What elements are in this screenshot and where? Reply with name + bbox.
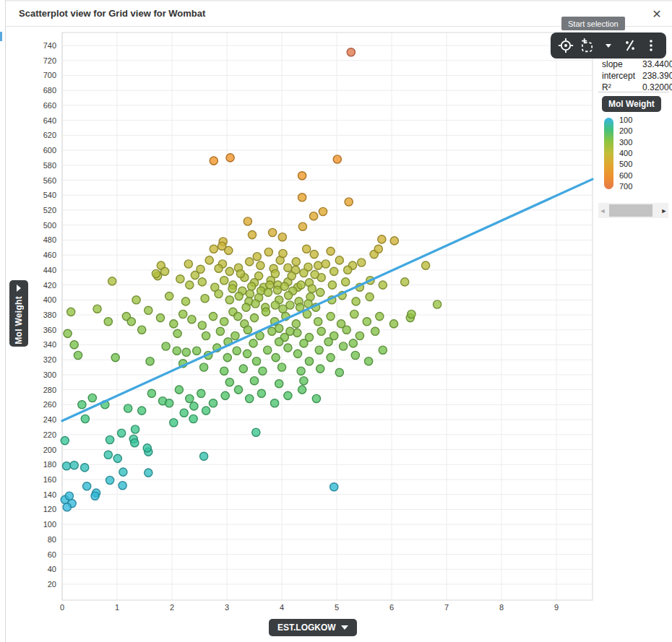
- scatter-point[interactable]: [327, 313, 335, 321]
- scatter-point[interactable]: [64, 329, 72, 337]
- scatter-point[interactable]: [366, 293, 374, 301]
- scatter-point[interactable]: [333, 155, 341, 163]
- scatter-point[interactable]: [250, 377, 258, 385]
- scatter-point[interactable]: [311, 271, 319, 279]
- scatter-point[interactable]: [300, 377, 308, 385]
- scatter-point[interactable]: [374, 245, 382, 253]
- scatter-point[interactable]: [379, 281, 387, 289]
- scatter-point[interactable]: [215, 290, 223, 298]
- y-axis-button[interactable]: Mol Weight: [9, 280, 28, 347]
- start-selection-icon[interactable]: [578, 37, 595, 54]
- scatter-point[interactable]: [173, 347, 181, 355]
- scatter-point[interactable]: [308, 285, 316, 292]
- scatter-point[interactable]: [209, 399, 217, 407]
- scatter-point[interactable]: [61, 437, 69, 445]
- scatter-point[interactable]: [118, 429, 126, 437]
- scatter-point[interactable]: [298, 222, 306, 230]
- scatter-point[interactable]: [200, 452, 208, 460]
- scatter-point[interactable]: [286, 327, 294, 335]
- scatter-point[interactable]: [143, 444, 151, 452]
- scatter-point[interactable]: [314, 318, 322, 326]
- scatter-point[interactable]: [244, 326, 251, 334]
- scatter-point[interactable]: [202, 407, 210, 415]
- scatter-point[interactable]: [145, 306, 152, 314]
- scatter-point[interactable]: [317, 327, 325, 335]
- scatter-point[interactable]: [234, 313, 242, 321]
- scatter-point[interactable]: [70, 461, 78, 469]
- scatter-point[interactable]: [298, 386, 306, 394]
- scatter-point[interactable]: [390, 237, 398, 245]
- target-icon[interactable]: [557, 37, 574, 54]
- scatter-point[interactable]: [335, 368, 343, 376]
- scatter-point[interactable]: [316, 288, 324, 296]
- scatter-point[interactable]: [422, 261, 430, 269]
- scatter-point[interactable]: [215, 264, 223, 272]
- scatter-point[interactable]: [284, 264, 292, 272]
- scatter-point[interactable]: [165, 399, 173, 407]
- scatter-point[interactable]: [246, 258, 254, 266]
- scatter-point[interactable]: [152, 269, 160, 277]
- scatter-point[interactable]: [236, 269, 244, 277]
- scatter-point[interactable]: [200, 363, 208, 371]
- scatter-point[interactable]: [275, 324, 283, 332]
- scatter-point[interactable]: [310, 212, 318, 220]
- scatter-point[interactable]: [365, 357, 373, 365]
- scatter-point[interactable]: [275, 380, 283, 388]
- scatter-point[interactable]: [106, 476, 114, 484]
- scatter-point[interactable]: [343, 326, 350, 334]
- scatter-point[interactable]: [340, 342, 348, 350]
- scatter-point[interactable]: [257, 389, 265, 397]
- scatterplot-canvas[interactable]: 2040608010012014016018020022024026028030…: [0, 0, 672, 642]
- scatter-point[interactable]: [113, 454, 121, 462]
- scatter-point[interactable]: [119, 482, 126, 490]
- scatter-point[interactable]: [189, 415, 197, 422]
- scatter-point[interactable]: [221, 391, 229, 399]
- scatter-point[interactable]: [81, 464, 89, 472]
- scatter-point[interactable]: [335, 256, 343, 264]
- scatter-point[interactable]: [165, 292, 173, 300]
- scatter-point[interactable]: [91, 492, 99, 500]
- scatter-point[interactable]: [184, 260, 192, 268]
- scatter-point[interactable]: [249, 339, 257, 347]
- scrollbar-thumb[interactable]: [609, 204, 652, 217]
- scatter-point[interactable]: [193, 347, 201, 355]
- scatter-point[interactable]: [345, 198, 353, 206]
- scatter-point[interactable]: [259, 367, 267, 375]
- scatter-point[interactable]: [170, 320, 178, 328]
- scatter-point[interactable]: [284, 344, 292, 352]
- scatter-point[interactable]: [225, 246, 233, 254]
- scatter-point[interactable]: [132, 425, 139, 433]
- scatter-point[interactable]: [239, 365, 247, 373]
- more-options-icon[interactable]: [642, 37, 660, 54]
- scatter-point[interactable]: [312, 394, 320, 402]
- scatter-point[interactable]: [271, 399, 279, 407]
- scatter-point[interactable]: [322, 260, 329, 268]
- scatter-point[interactable]: [179, 310, 187, 318]
- scatter-point[interactable]: [371, 327, 379, 335]
- scatter-point[interactable]: [297, 367, 305, 375]
- scatter-point[interactable]: [202, 331, 210, 339]
- scatter-point[interactable]: [65, 492, 73, 500]
- scatter-point[interactable]: [63, 462, 71, 470]
- scatter-point[interactable]: [266, 281, 274, 289]
- scatter-point[interactable]: [223, 354, 231, 362]
- scatter-point[interactable]: [349, 339, 357, 347]
- scatter-point[interactable]: [356, 331, 363, 339]
- scatter-point[interactable]: [264, 346, 272, 354]
- scatter-point[interactable]: [250, 314, 258, 322]
- scatter-point[interactable]: [156, 314, 164, 322]
- scatter-point[interactable]: [162, 342, 170, 350]
- scatter-point[interactable]: [209, 313, 217, 321]
- scatter-point[interactable]: [264, 248, 272, 256]
- scatter-point[interactable]: [235, 292, 243, 300]
- scatter-point[interactable]: [119, 468, 127, 476]
- close-icon[interactable]: ✕: [649, 6, 665, 22]
- scatter-point[interactable]: [225, 296, 233, 304]
- scatter-point[interactable]: [70, 341, 78, 349]
- scatter-point[interactable]: [81, 415, 89, 422]
- scatter-point[interactable]: [350, 310, 358, 318]
- scatter-point[interactable]: [252, 357, 260, 365]
- scatter-point[interactable]: [297, 281, 305, 289]
- scatter-point[interactable]: [351, 351, 359, 359]
- scatter-point[interactable]: [186, 281, 194, 289]
